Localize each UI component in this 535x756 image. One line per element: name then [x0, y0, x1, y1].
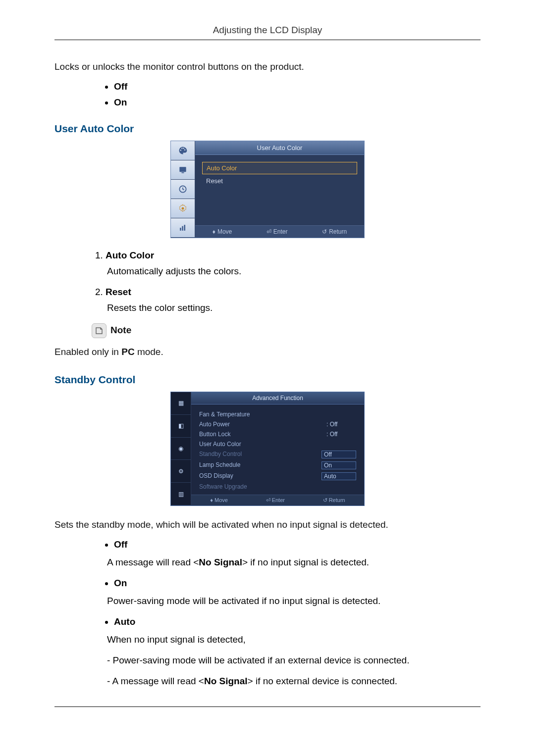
standby-auto: Auto — [114, 616, 481, 627]
reset-label: Reset — [106, 287, 131, 297]
note-icon — [92, 323, 107, 338]
standby-auto-desc3: - A message will read <No Signal> if no … — [107, 676, 481, 687]
svg-rect-1 — [182, 172, 184, 173]
svg-rect-0 — [179, 167, 186, 172]
osd-title: User Auto Color — [195, 141, 364, 155]
auto-color-numbered-list-2: Reset — [92, 287, 481, 298]
osd-row[interactable]: Lamp ScheduleOn — [198, 460, 357, 471]
screen-icon — [171, 160, 195, 180]
osd-item-auto-color[interactable]: Auto Color — [202, 162, 357, 174]
osd-title: Advanced Function — [191, 392, 364, 404]
gear-icon — [171, 199, 195, 218]
side-icon: ◧ — [171, 415, 191, 438]
list-item: Auto Color — [106, 250, 481, 261]
on-label: On — [114, 97, 127, 107]
lock-options-list: Off On — [114, 81, 481, 108]
osd-user-auto-color: User Auto Color Auto Color Reset ♦ Move … — [170, 141, 365, 238]
footer-rule — [54, 706, 481, 707]
return-hint: ↺ Return — [322, 228, 347, 235]
note-text: Enabled only in PC mode. — [54, 345, 481, 359]
osd-row[interactable]: Fan & Temperature — [198, 409, 357, 419]
standby-on: On — [114, 578, 481, 589]
list-item: Reset — [106, 287, 481, 298]
osd-row[interactable]: OSD DisplayAuto — [198, 471, 357, 482]
off-label: Off — [114, 81, 127, 92]
return-hint: ↺ Return — [323, 497, 345, 504]
auto-color-label: Auto Color — [106, 250, 154, 260]
chart-icon — [171, 218, 195, 238]
side-icon: ◉ — [171, 438, 191, 460]
osd-footer: ♦ Move ⏎ Enter ↺ Return — [195, 225, 364, 238]
page-header: Adjusting the LCD Display — [54, 25, 481, 40]
lock-description: Locks or unlocks the monitor control but… — [54, 60, 481, 74]
move-hint: ♦ Move — [210, 497, 228, 504]
standby-auto-desc1: When no input signal is detected, — [107, 634, 481, 645]
clock-icon — [171, 180, 195, 199]
osd-row[interactable]: Auto Power: Off — [198, 419, 357, 429]
osd-row[interactable]: Button Lock: Off — [198, 429, 357, 439]
side-icon: ▦ — [171, 392, 191, 415]
standby-intro: Sets the standby mode, which will be act… — [54, 518, 481, 532]
osd-row[interactable]: User Auto Color — [198, 439, 357, 449]
standby-on-desc: Power-saving mode will be activated if n… — [107, 596, 481, 606]
header-rule — [54, 40, 481, 40]
standby-off: Off — [114, 539, 481, 550]
enter-hint: ⏎ Enter — [266, 497, 285, 504]
note-label: Note — [110, 323, 131, 338]
standby-control-heading: Standby Control — [54, 374, 481, 386]
osd-sidebar: ▦ ◧ ◉ ⚙ ▥ — [171, 392, 191, 505]
enter-hint: ⏎ Enter — [267, 228, 288, 235]
side-icon: ▥ — [171, 483, 191, 505]
auto-color-numbered-list: Auto Color — [92, 250, 481, 261]
standby-off-desc: A message will read <No Signal> if no in… — [107, 557, 481, 568]
standby-options: On — [114, 578, 481, 589]
palette-icon — [171, 141, 195, 160]
osd-row[interactable]: Software Upgrade — [198, 482, 357, 492]
auto-color-desc: Automatically adjusts the colors. — [107, 266, 481, 277]
standby-options: Off — [114, 539, 481, 550]
svg-rect-5 — [182, 226, 183, 230]
osd-footer: ♦ Move ⏎ Enter ↺ Return — [191, 495, 364, 505]
reset-desc: Resets the color settings. — [107, 302, 481, 313]
svg-rect-4 — [180, 228, 181, 231]
lock-option-on: On — [114, 97, 481, 108]
osd-standby-control: ▦ ◧ ◉ ⚙ ▥ Advanced Function Fan & Temper… — [170, 392, 365, 506]
side-icon: ⚙ — [171, 460, 191, 483]
osd-item-reset[interactable]: Reset — [202, 175, 357, 187]
svg-point-3 — [182, 207, 184, 209]
standby-auto-desc2: - Power-saving mode will be activated if… — [107, 655, 481, 666]
user-auto-color-heading: User Auto Color — [54, 123, 481, 135]
lock-option-off: Off — [114, 81, 481, 92]
move-hint: ♦ Move — [213, 228, 232, 235]
osd-sidebar — [171, 141, 195, 238]
svg-rect-6 — [184, 225, 186, 231]
standby-options: Auto — [114, 616, 481, 627]
osd-row-standby[interactable]: Standby ControlOff — [198, 449, 357, 460]
